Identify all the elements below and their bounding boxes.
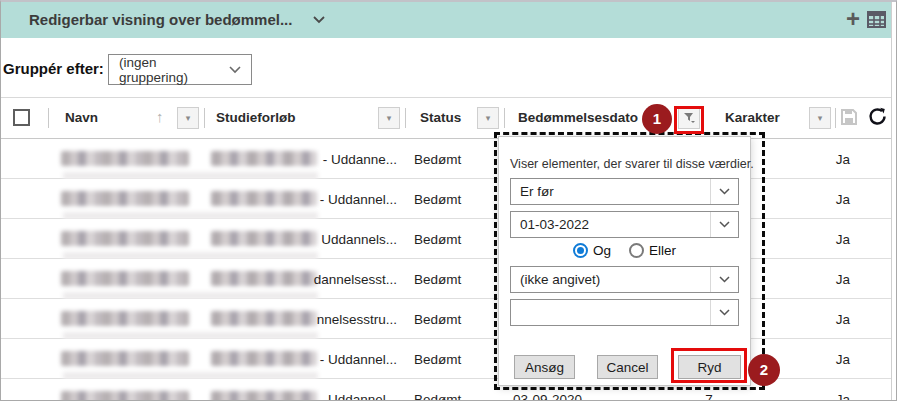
radio-or[interactable]: Eller [629,243,676,258]
redacted-name [61,151,189,166]
filter-value-1-dropdown[interactable]: 01-03-2022 [510,211,739,238]
add-icon[interactable]: + [841,8,865,32]
filter-operator-1-dropdown[interactable]: Er før [510,178,739,205]
published-cell: Ja [829,352,857,367]
filter-operator-2-dropdown[interactable]: (ikke angivet) [510,266,739,293]
chevron-down-icon [710,179,738,204]
filter-description: Viser elementer, der svarer til disse væ… [510,157,754,171]
apply-button[interactable]: Ansøg [514,355,575,379]
karakter-cell: 7 [697,392,721,401]
view-title[interactable]: Redigerbar visning over bedømmel... [29,11,292,28]
status-cell: Bedømt [414,152,461,167]
chevron-down-icon [229,66,241,74]
right-gutter [891,2,897,401]
radio-and[interactable]: Og [573,243,611,258]
table-row[interactable]: - Uddannel... Bedømt Ja [1,179,891,219]
annotation-step-1: 1 [642,104,672,134]
chevron-down-icon [710,212,738,237]
karakter-column-menu-button[interactable]: ▾ [809,107,831,129]
published-cell: Ja [829,152,857,167]
table-row[interactable]: - Uddanne... Bedømt Ja [1,139,891,179]
table-row[interactable]: dannelsesst... Bedømt Ja [1,259,891,299]
studieforloeb-column-menu-button[interactable]: ▾ [378,107,400,129]
app-window: Redigerbar visning over bedømmel... + Gr… [0,0,897,401]
date-cell: 03-09-2020 [513,392,582,401]
status-cell: Bedømt [414,272,461,287]
radio-unselected-icon [629,243,644,258]
column-header-status[interactable]: Status [420,110,461,125]
published-cell: Ja [829,392,857,401]
navn-column-menu-button[interactable]: ▾ [177,107,199,129]
group-by-label: Gruppér efter: [3,60,104,77]
column-header-bedommelsesdato[interactable]: Bedømmelsesdato [518,110,638,125]
table-header: Navn ↑ ▾ Studieforløb ▾ Status ▾ Bedømme… [1,97,891,139]
status-cell: Bedømt [414,232,461,247]
sort-ascending-icon[interactable]: ↑ [156,108,164,125]
table-view-icon[interactable] [867,11,886,28]
published-cell: Ja [829,192,857,207]
column-header-karakter[interactable]: Karakter [725,110,780,125]
date-filter-popup: Viser elementer, der svarer til disse væ… [498,136,751,386]
refresh-icon[interactable] [867,106,888,127]
clear-button[interactable]: Ryd [678,355,741,379]
filter-icon [683,111,696,124]
annotation-step-2: 2 [748,354,780,386]
filter-value-2-dropdown[interactable] [510,299,739,326]
column-header-studieforloeb[interactable]: Studieforløb [216,110,296,125]
status-cell: Bedømt [414,352,461,367]
published-cell: Ja [829,272,857,287]
published-cell: Ja [829,232,857,247]
view-title-chevron-down-icon[interactable] [313,16,325,24]
status-column-menu-button[interactable]: ▾ [477,107,499,129]
view-title-bar: Redigerbar visning over bedømmel... + [1,2,891,38]
chevron-down-icon [710,300,738,325]
chevron-down-icon [710,267,738,292]
status-cell: Bedømt [414,392,461,401]
column-header-navn[interactable]: Navn [65,110,98,125]
table-row[interactable]: Uddannels... Bedømt Ja [1,219,891,259]
cancel-button[interactable]: Cancel [597,355,658,379]
select-all-checkbox[interactable] [13,109,30,126]
status-cell: Bedømt [414,312,461,327]
group-by-value: (ingen gruppering) [119,55,229,85]
published-cell: Ja [829,312,857,327]
group-by-dropdown[interactable]: (ingen gruppering) [108,54,252,85]
table-row[interactable]: nnelsesstru... Bedømt Ja [1,299,891,339]
radio-selected-icon [573,243,588,258]
status-cell: Bedømt [414,192,461,207]
save-icon[interactable] [840,108,858,126]
bedommelsesdato-filter-button[interactable] [678,107,700,129]
